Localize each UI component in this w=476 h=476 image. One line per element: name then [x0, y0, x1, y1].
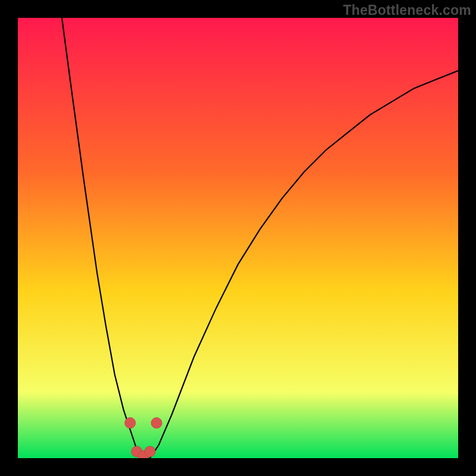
data-point-marker [125, 418, 136, 428]
bottleneck-plot [18, 18, 458, 458]
data-point-marker [145, 446, 155, 457]
data-point-marker [151, 418, 162, 428]
chart-frame [18, 18, 458, 458]
gradient-background [18, 18, 458, 458]
watermark-text: TheBottleneck.com [343, 2, 471, 18]
